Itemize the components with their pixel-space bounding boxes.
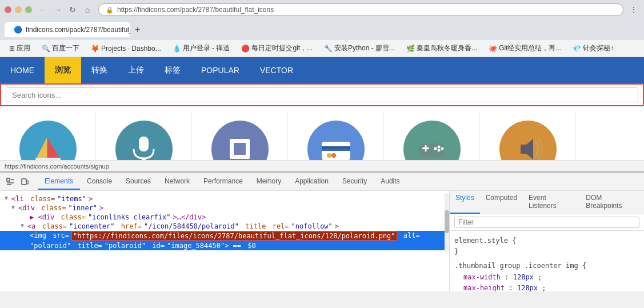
right-tab-computed[interactable]: Computed [480,191,523,214]
bookmark-label: Projects · Dashbo... [101,45,161,53]
tab-elements[interactable]: Elements [38,174,80,190]
tab-console[interactable]: Console [80,174,119,190]
close-button[interactable] [5,6,11,13]
bookmark-baidu[interactable]: 🔍 百度一下 [37,42,84,54]
window-controls [5,6,32,13]
bookmark-apps[interactable]: ⊞ 应用 [5,42,35,54]
tab-memory[interactable]: Memory [250,174,288,190]
icon-cell-card[interactable] [288,112,384,160]
bookmark-acupuncture[interactable]: 💎 针灸探秘↑ [568,42,618,54]
gamepad-svg [413,135,450,161]
minimize-button[interactable] [15,6,22,13]
dom-line-4[interactable]: ▼ <a class= "iconenter" href= "/icon/584… [0,222,445,231]
svg-point-12 [327,153,331,158]
svg-rect-5 [142,158,146,161]
bookmark-label: 安装Python - 廖雪... [334,43,395,53]
right-tabs: Styles Computed Event Listeners DOM Brea… [450,191,644,214]
acupuncture-icon: 💎 [573,45,581,53]
back-button[interactable]: ← [37,3,49,16]
icon-cell-photo[interactable] [192,112,288,160]
browser-tab[interactable]: 🔵 findicons.com/pack/2787/beautiful_flat… [5,22,130,37]
bookmark-git-daily[interactable]: 🔴 每日定时提交git，... [237,42,317,54]
svg-rect-8 [234,143,246,155]
tab-audits[interactable]: Audits [374,174,406,190]
svg-point-20 [438,149,441,151]
bookmark-qhd[interactable]: 🌿 秦皇岛秋冬暖身香... [402,42,482,54]
bookmark-login[interactable]: 💧 用户登录 - 禅道 [168,42,235,54]
search-input[interactable] [6,87,638,102]
svg-rect-3 [35,158,61,161]
device-toggle-button[interactable] [18,175,32,189]
bookmark-label: 每日定时提交git，... [251,43,313,53]
dom-tree: ▼ <li class= "items" > ▼ <div class= "in… [0,193,445,251]
svg-marker-2 [48,139,59,158]
svg-point-13 [331,153,336,158]
right-tab-styles[interactable]: Styles [450,191,480,214]
dom-line-2[interactable]: ▼ <div class= "inner" > [0,203,445,213]
dom-line-1[interactable]: ▼ <li class= "items" > [0,194,445,203]
right-tab-event-listeners[interactable]: Event Listeners [523,191,580,214]
extensions-button[interactable]: ⋮ [628,4,639,15]
dom-line-5[interactable]: <img src= "https://findicons.com/files/i… [0,231,445,241]
qhd-icon: 🌿 [406,45,415,53]
nav-convert[interactable]: 转换 [81,57,118,83]
website-area: HOME 浏览 转换 上传 标签 POPULAR VECTOR [0,57,644,160]
browser-chrome: ← → ↻ ⌂ 🔒 https://findicons.com/pack/278… [0,0,644,57]
icon-cell-speaker[interactable] [480,112,576,160]
styles-panel: Styles Computed Event Listeners DOM Brea… [450,191,644,291]
bookmark-label: 应用 [17,43,30,53]
right-tab-dom-breakpoints[interactable]: DOM Breakpoints [580,191,644,214]
nav-home[interactable]: HOME [0,57,45,83]
gamepad-icon-circle [403,121,461,161]
inspect-element-button[interactable] [3,175,17,189]
status-bar: https://findicons.com/accounts/signup [0,160,644,171]
tab-application[interactable]: Application [288,174,335,190]
microphone-svg [128,132,159,161]
icon-cell-gamepad[interactable] [384,112,480,160]
arrow-icon: ▼ [5,195,8,201]
photo-svg [224,133,255,160]
reload-button[interactable]: ↻ [66,3,79,16]
nav-upload[interactable]: 上传 [118,57,154,83]
nav-vector[interactable]: VECTOR [250,57,303,83]
tab-sources[interactable]: Sources [119,174,158,190]
python-icon: 🔧 [324,45,333,53]
dom-scrollthumb[interactable] [445,210,449,233]
tab-network[interactable]: Network [158,174,197,190]
photo-icon-circle [211,121,269,161]
bookmark-git[interactable]: 🐙 Git经实用总结，再... [484,42,566,54]
css-rules-content: element.style { } .thumbnail-group .icoe… [450,231,644,291]
icon-cell-sail[interactable] [0,112,96,160]
maximize-button[interactable] [25,6,32,13]
tab-performance[interactable]: Performance [197,174,250,190]
nav-popular[interactable]: POPULAR [191,57,250,83]
dom-scrollbar[interactable] [445,193,449,251]
baidu-icon: 🔍 [42,45,50,53]
home-button[interactable]: ⌂ [81,3,94,16]
forward-button[interactable]: → [51,3,64,16]
devtools-panel: Elements Console Sources Network Perform… [0,171,644,291]
bookmarks-bar: ⊞ 应用 🔍 百度一下 🦊 Projects · Dashbo... 💧 用户登… [0,40,644,57]
mic-icon-circle [115,121,173,161]
nav-browse[interactable]: 浏览 [45,57,81,83]
icon-cell-mic[interactable] [96,112,192,160]
dom-line-6[interactable]: "polaroid" title= "polaroid" id= "image_… [0,241,445,250]
bookmark-python[interactable]: 🔧 安装Python - 廖雪... [319,42,399,54]
nav-tags[interactable]: 标签 [154,57,191,83]
arrow-icon: ▼ [21,222,24,229]
bookmark-projects[interactable]: 🦊 Projects · Dashbo... [86,43,166,54]
bookmark-label: 针灸探秘↑ [583,43,614,53]
site-navigation: HOME 浏览 转换 上传 标签 POPULAR VECTOR [0,57,644,83]
github-icon: 🐙 [489,45,497,53]
dom-line-3[interactable]: ▶ <div class= "iconlinks clearfix" >…</d… [0,213,445,222]
address-bar[interactable]: 🔒 https://findicons.com/pack/2787/beauti… [98,3,623,16]
highlighted-url: "https://findicons.com/files/icons/2787/… [71,231,397,241]
url-text: https://findicons.com/pack/2787/beautifu… [117,6,274,14]
bookmark-label: Git经实用总结，再... [499,43,561,53]
svg-rect-17 [425,145,427,151]
tab-security[interactable]: Security [335,174,374,190]
svg-rect-11 [322,146,350,149]
new-tab-button[interactable]: + [130,22,145,37]
css-filter-input[interactable] [454,217,639,228]
svg-marker-22 [521,139,533,159]
